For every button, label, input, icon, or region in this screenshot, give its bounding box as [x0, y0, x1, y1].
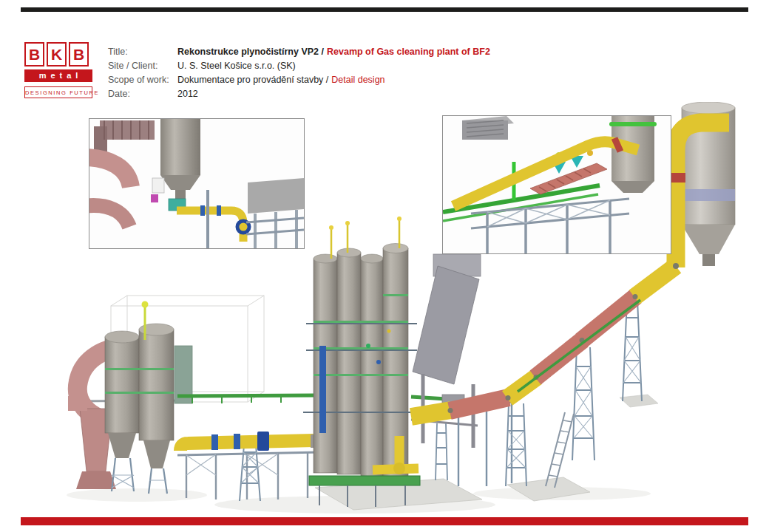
inset1-magenta-unit	[151, 194, 158, 202]
scope-label: Scope of work:	[108, 73, 177, 87]
project-info-block: Title: Rekonstrukce plynočistírny VP2 /R…	[108, 45, 490, 101]
bottom-rule	[21, 517, 748, 525]
scrubber-towers	[303, 216, 420, 507]
client-value: U. S. Steel Košice s.r.o. (SK)	[177, 59, 299, 73]
bkb-logo-letters: B K B	[24, 42, 92, 66]
title-value-en: Revamp of Gas cleaning plant of BF2	[327, 47, 490, 57]
title-label: Title:	[108, 45, 177, 59]
client-value-text: U. S. Steel Košice s.r.o. (SK)	[177, 61, 296, 71]
info-row-client: Site / Client: U. S. Steel Košice s.r.o.…	[108, 59, 490, 73]
scope-value-cz: Dokumentace pro provádění stavby /	[177, 75, 328, 85]
info-row-scope: Scope of work: Dokumentace pro provádění…	[108, 73, 490, 87]
info-row-date: Date: 2012	[108, 87, 490, 101]
inset-left-view	[89, 119, 304, 248]
scope-value: Dokumentace pro provádění stavby /Detail…	[177, 73, 385, 87]
date-value-text: 2012	[177, 89, 198, 99]
logo-letter-k: K	[47, 42, 67, 66]
logo-letter-b1: B	[24, 42, 44, 66]
title-sheet: B K B metal DESIGNING FUTURE Title: Reko…	[0, 0, 769, 532]
detail-inset-left	[89, 118, 305, 249]
client-label: Site / Client:	[108, 59, 177, 73]
detail-inset-right	[442, 115, 671, 254]
scope-value-en: Detail design	[331, 75, 384, 85]
inset1-cabinet	[152, 178, 164, 193]
inset2-scrubber-top	[609, 116, 657, 193]
top-rule	[21, 7, 748, 12]
yellow-pipe-left	[180, 432, 321, 451]
title-value-cz: Rekonstrukce plynočistírny VP2 /	[177, 47, 324, 57]
inset-right-view	[443, 116, 671, 253]
date-value: 2012	[177, 87, 198, 101]
title-value: Rekonstrukce plynočistírny VP2 /Revamp o…	[177, 45, 490, 59]
logo-letter-b2: B	[69, 42, 89, 66]
dust-catchers	[105, 301, 174, 494]
bkb-logo: B K B metal DESIGNING FUTURE	[24, 42, 92, 98]
logo-wordmark: metal	[24, 69, 92, 82]
date-label: Date:	[108, 87, 177, 101]
info-row-title: Title: Rekonstrukce plynočistírny VP2 /R…	[108, 45, 490, 59]
logo-tagline: DESIGNING FUTURE	[24, 86, 92, 98]
